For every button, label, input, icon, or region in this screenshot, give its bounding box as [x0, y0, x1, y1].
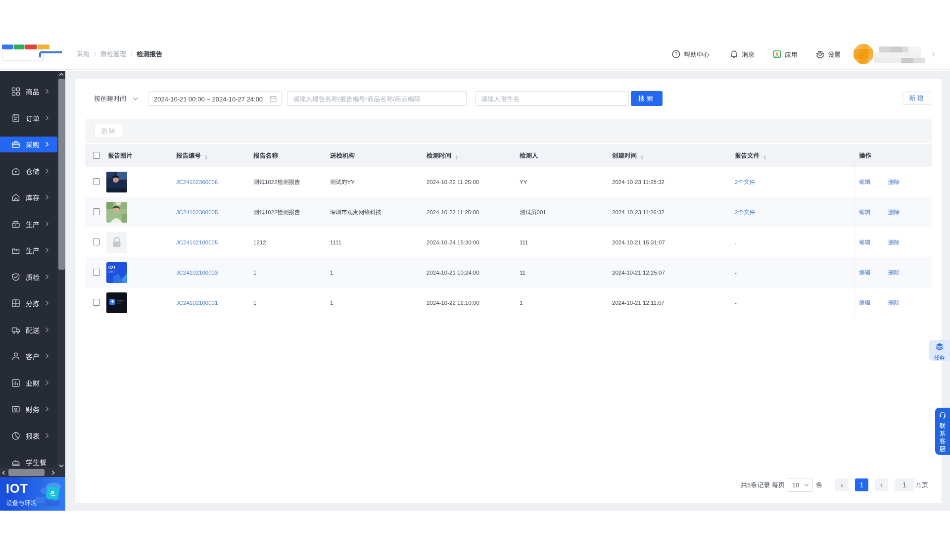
svg-text:SMART: SMART [108, 270, 117, 273]
svg-text:IOT: IOT [108, 264, 116, 269]
svg-text:?: ? [675, 52, 678, 57]
